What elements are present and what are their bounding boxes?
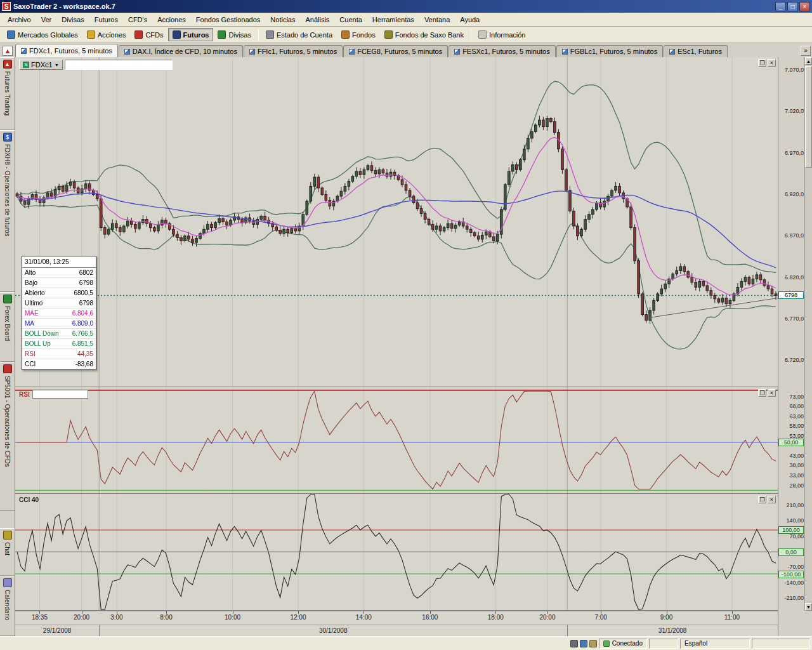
sidebar-item-chat[interactable]: Chat [0,528,15,576]
rsi-settings-input[interactable] [32,390,88,399]
price-axis-column[interactable]: 7.070,07.020,06.970,06.920,06.870,06.820… [778,57,804,636]
menu-item-cuenta[interactable]: Cuenta [334,14,367,25]
tab-fceg8[interactable]: FCEG8, Futuros, 5 minutos [343,45,448,57]
futures-operations-icon: $ [3,133,12,142]
close-button[interactable]: × [799,2,810,11]
session-icon[interactable] [580,640,587,647]
messages-icon[interactable] [589,640,597,647]
panel-close-icon[interactable]: × [768,496,776,503]
tab-esc1[interactable]: ESc1, Futuros [664,45,728,57]
toolbar-button-cfds[interactable]: CFDs [130,28,167,41]
scroll-up-icon[interactable]: ▲ [805,57,812,65]
menu-item-archivo[interactable]: Archivo [3,14,36,25]
tab-label: FFIc1, Futuros, 5 minutos [258,48,337,55]
workspace: ▲Futures Trading$FDXH8 - Operaciones de … [0,57,812,636]
main-chart-canvas[interactable] [15,57,778,387]
menu-item-ver[interactable]: Ver [36,14,57,25]
toolbar-button-informaci-n[interactable]: Información [474,28,530,41]
minimize-button[interactable]: _ [775,2,786,11]
toolbar-button-label: Información [489,31,525,39]
menu-item-ventana[interactable]: Ventana [419,14,455,25]
lock-icon [603,640,610,647]
tab-fesxc1[interactable]: FESXc1, Futuros, 5 minutos [449,45,556,57]
menu-item-cfd-s[interactable]: CFD's [123,14,152,25]
sidebar-item-sp5001-operaciones-de-cfds[interactable]: SP5001 - Operaciones de CFDs [0,362,15,511]
sidebar-item-label: Chat [4,542,11,555]
info-row-mae: MAE6.804,6 [22,308,96,319]
menu-item-futuros[interactable]: Futuros [89,14,123,25]
panel-restore-icon[interactable]: ❐ [758,389,766,397]
tab-dax-i[interactable]: DAX.I, Índice de CFD, 10 minutos [119,45,243,57]
sidebar-spacer [0,511,15,528]
info-row-label: Ultimo [25,300,43,307]
toolbar-button-fondos-de-saxo-bank[interactable]: Fondos de Saxo Bank [380,28,468,41]
window-title: SaxoTrader 2 - workspace.ok.7 [13,3,775,10]
axis-label: 38,00 [789,462,804,468]
time-label: 7:00 [594,614,606,621]
panel-close-icon[interactable]: × [768,59,776,67]
info-row-label: CCI [25,361,36,368]
chart-tab-icon [669,49,675,55]
date-axis: 29/1/200830/1/200831/1/2008 [15,625,778,636]
panel-close-icon[interactable]: × [768,389,776,397]
menu-item-herramientas[interactable]: Herramientas [367,14,419,25]
language-cell: Español [680,639,750,649]
axis-label: 6.920,0 [785,191,804,197]
date-label: 31/1/2008 [658,627,687,634]
time-label: 10:00 [225,614,240,621]
sidebar-item-fdxh8-operaciones-de-futuros[interactable]: $FDXH8 - Operaciones de futuros [0,130,15,292]
futures-icon [173,30,181,39]
user-icon[interactable] [570,640,578,647]
toolbar-button-acciones[interactable]: Acciones [82,28,131,41]
vertical-scrollbar[interactable]: ▲ ▼ [804,57,812,611]
date-label: 29/1/2008 [43,627,72,634]
panel-restore-icon[interactable]: ❐ [758,59,766,67]
tab-ffic1[interactable]: FFIc1, Futuros, 5 minutos [244,45,343,57]
menu-item-ayuda[interactable]: Ayuda [455,14,485,25]
panel-restore-icon[interactable]: ❐ [758,496,766,503]
instrument-search-input[interactable] [65,60,173,70]
scrollbar-thumb[interactable] [805,66,812,168]
chart-tab-icon [454,49,460,55]
time-axis[interactable]: 18:3520:003:008:0010:0012:0014:0016:0018… [15,611,778,625]
time-label: 18:00 [488,614,504,621]
tab-scroll-button[interactable]: » [801,46,811,56]
sidebar-item-futures-trading[interactable]: ▲Futures Trading [0,57,15,130]
axis-label: 140,00 [786,517,804,524]
time-label: 8:00 [160,614,172,621]
menu-item-divisas[interactable]: Divisas [56,14,89,25]
tab-fgblc1[interactable]: FGBLc1, Futuros, 5 minutos [556,45,664,57]
toolbar-button-estado-de-cuenta[interactable]: Estado de Cuenta [261,28,337,41]
maximize-button[interactable]: □ [787,2,798,11]
stocks-icon [87,30,95,39]
menu-item-noticias[interactable]: Noticias [265,14,300,25]
chart-symbol-toolbar: S FDXc1 ▼ [19,60,173,70]
menu-item-acciones[interactable]: Acciones [152,14,191,25]
toolbar-button-label: Fondos [352,31,376,39]
toolbar-button-fondos[interactable]: Fondos [337,28,380,41]
sidebar-item-label: FDXH8 - Operaciones de futuros [4,144,11,237]
time-label: 20:00 [74,614,89,621]
menu-item-fondos-gestionados[interactable]: Fondos Gestionados [191,14,266,25]
toolbar-button-divisas[interactable]: Divisas [213,28,255,41]
symbol-dropdown-button[interactable]: S FDXc1 ▼ [19,60,63,70]
toolbar-button-label: CFDs [145,31,163,39]
menu-item-an-lisis[interactable]: Análisis [300,14,334,25]
axis-label: 7.020,0 [785,108,804,114]
axis-label: 58,00 [789,423,804,429]
toolbar-button-futuros[interactable]: Futuros [168,28,214,41]
scroll-down-icon[interactable]: ▼ [805,603,812,611]
tab-label: ESc1, Futuros [678,48,722,55]
info-row-alto: Alto6802 [22,268,96,278]
sidebar-item-forex-board[interactable]: Forex Board [0,292,15,362]
axis-label: 7.070,0 [785,67,804,73]
tab-fdxc1[interactable]: FDXc1, Futuros, 5 minutos [15,44,118,57]
rsi-chart-canvas[interactable] [15,387,778,493]
cci-chart-canvas[interactable] [15,494,778,610]
sidebar-item-calendario[interactable]: Calendario [0,576,15,636]
info-row-value: 6.851,5 [72,340,93,347]
time-label: 20:00 [539,614,555,621]
axis-label: 43,00 [789,453,804,459]
toolbar-button-mercados-globales[interactable]: Mercados Globales [3,28,82,41]
futures-trading-corner-icon[interactable]: ▲ [3,46,13,56]
